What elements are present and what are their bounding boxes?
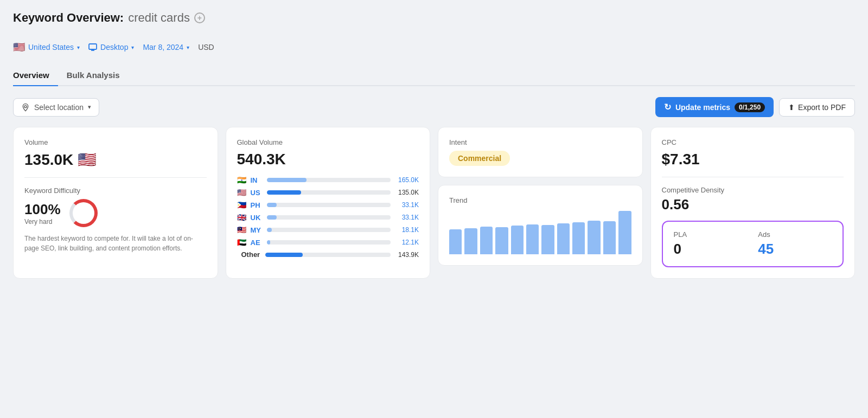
volume-value: 135.0K 🇺🇸 <box>24 151 207 169</box>
divider <box>662 177 844 177</box>
pla-value: 0 <box>674 241 748 258</box>
country-bars: 🇮🇳 IN 165.0K 🇺🇸 US 135.0K 🇵🇭 PH 33.1K 🇬🇧… <box>237 176 419 247</box>
chevron-down-icon: ▾ <box>187 44 189 50</box>
kd-info: 100% Very hard <box>24 201 61 226</box>
country-code: AE <box>251 239 263 247</box>
trend-bar <box>588 221 600 254</box>
country-flag: 🇮🇳 <box>237 176 246 184</box>
country-flag: 🇦🇪 <box>237 238 246 247</box>
kd-description: The hardest keyword to compete for. It w… <box>24 234 207 253</box>
bar-value: 18.1K <box>395 226 419 234</box>
country-bar-row: 🇺🇸 US 135.0K <box>237 188 419 197</box>
global-volume-label: Global Volume <box>237 138 419 146</box>
bar-bg <box>267 240 391 245</box>
volume-label: Volume <box>24 138 207 146</box>
kd-label: Keyword Difficulty <box>24 187 207 195</box>
ads-label: Ads <box>758 230 832 239</box>
refresh-icon: ↻ <box>664 102 671 112</box>
global-volume-card: Global Volume 540.3K 🇮🇳 IN 165.0K 🇺🇸 US … <box>226 127 431 279</box>
trend-bar <box>572 222 585 254</box>
bar-value: 135.0K <box>395 189 419 196</box>
kd-row: 100% Very hard <box>24 199 207 227</box>
pla-section: PLA 0 <box>674 230 748 258</box>
page-title: Keyword Overview: credit cards + <box>13 11 205 25</box>
pla-ads-card: PLA 0 Ads 45 <box>662 221 844 267</box>
svg-point-3 <box>24 105 27 107</box>
intent-label: Intent <box>449 138 631 146</box>
country-bar-row: 🇮🇳 IN 165.0K <box>237 176 419 184</box>
monitor-icon <box>88 43 97 51</box>
trend-bar <box>511 226 524 254</box>
cpc-card: CPC $7.31 Competitive Density 0.56 PLA 0… <box>650 127 856 279</box>
intent-card: Intent Commercial <box>438 127 643 177</box>
ads-value: 45 <box>758 241 832 258</box>
other-bar-bg <box>265 253 391 257</box>
upload-icon: ⬆ <box>788 103 795 112</box>
bar-value: 12.1K <box>395 239 419 246</box>
bar-bg <box>267 190 391 195</box>
trend-bar <box>480 227 493 254</box>
tab-bulk-analysis[interactable]: Bulk Analysis <box>67 66 129 85</box>
country-code: PH <box>251 201 263 209</box>
country-flag: 🇲🇾 <box>237 226 246 234</box>
us-flag: 🇺🇸 <box>13 41 25 53</box>
bar-fill <box>267 203 277 207</box>
us-flag-volume: 🇺🇸 <box>78 151 97 169</box>
trend-chart <box>449 211 631 254</box>
currency-label: USD <box>198 43 214 52</box>
comp-density-label: Competitive Density <box>662 186 844 194</box>
trend-bar <box>464 228 477 254</box>
right-controls: ↻ Update metrics 0/1,250 ⬆ Export to PDF <box>655 97 855 117</box>
volume-kd-card: Volume 135.0K 🇺🇸 Keyword Difficulty 100%… <box>13 127 218 279</box>
country-flag: 🇬🇧 <box>237 213 246 222</box>
country-bar-row: 🇦🇪 AE 12.1K <box>237 238 419 247</box>
bar-fill <box>267 228 272 232</box>
country-flag: 🇵🇭 <box>237 201 246 209</box>
trend-bar <box>495 227 508 254</box>
trend-bar <box>618 211 631 254</box>
location-placeholder: Select location <box>34 103 84 112</box>
bar-value: 33.1K <box>395 214 419 221</box>
bar-bg <box>267 178 391 182</box>
cpc-label: CPC <box>662 138 844 146</box>
country-code: UK <box>251 214 263 222</box>
trend-bar <box>557 223 570 254</box>
update-metrics-label: Update metrics <box>675 103 730 112</box>
device-selector[interactable]: Desktop ▾ <box>88 41 134 54</box>
country-code: US <box>251 189 263 197</box>
bar-bg <box>267 228 391 232</box>
toolbar: 🇺🇸 United States ▾ Desktop ▾ Mar 8, 2024… <box>13 39 855 55</box>
update-metrics-button[interactable]: ↻ Update metrics 0/1,250 <box>655 97 774 117</box>
bar-value: 165.0K <box>395 176 419 184</box>
trend-bar <box>603 221 616 254</box>
global-volume-value: 540.3K <box>237 151 419 168</box>
location-selector[interactable]: 🇺🇸 United States ▾ <box>13 39 80 55</box>
tabs-row: Overview Bulk Analysis <box>13 66 855 86</box>
kd-value: 100% <box>24 201 61 218</box>
country-code: MY <box>251 226 263 234</box>
location-select-dropdown[interactable]: Select location ▾ <box>13 98 99 117</box>
country-bar-row: 🇲🇾 MY 18.1K <box>237 226 419 234</box>
svg-rect-0 <box>89 44 97 49</box>
bar-fill <box>267 178 307 182</box>
bar-fill <box>267 240 271 245</box>
tab-overview[interactable]: Overview <box>13 66 58 85</box>
date-selector[interactable]: Mar 8, 2024 ▾ <box>143 41 189 54</box>
ads-section: Ads 45 <box>758 230 832 258</box>
other-bar-fill <box>265 253 303 257</box>
trend-label: Trend <box>449 196 631 204</box>
cpc-value: $7.31 <box>662 151 844 168</box>
export-pdf-button[interactable]: ⬆ Export to PDF <box>779 98 855 117</box>
trend-bar <box>449 229 462 254</box>
chevron-down-icon: ▾ <box>77 44 80 50</box>
location-pin-icon <box>21 103 30 112</box>
pla-label: PLA <box>674 230 748 239</box>
bar-fill <box>267 215 277 220</box>
export-label: Export to PDF <box>798 103 846 112</box>
add-keyword-icon[interactable]: + <box>194 12 205 23</box>
other-label: Other <box>241 250 261 259</box>
chevron-down-icon: ▾ <box>88 104 91 111</box>
country-flag: 🇺🇸 <box>237 188 246 197</box>
trend-card: Trend <box>438 185 643 266</box>
bar-fill <box>267 190 302 195</box>
